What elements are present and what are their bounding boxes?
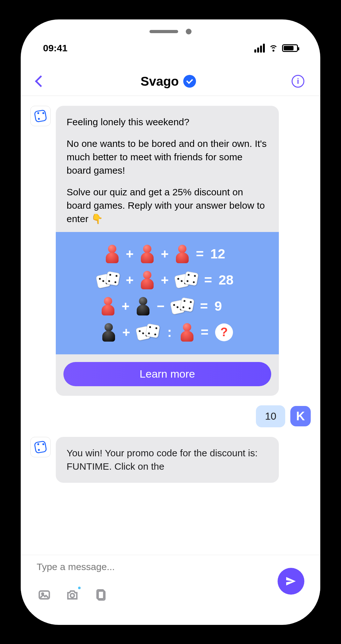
file-icon (94, 588, 107, 602)
notch (145, 28, 196, 35)
bot-avatar[interactable] (30, 437, 51, 457)
verified-badge-icon (183, 75, 196, 88)
back-button[interactable] (35, 76, 47, 87)
send-icon (285, 575, 297, 588)
operator: + (121, 325, 131, 340)
operator: − (156, 299, 165, 314)
speaker-grille (149, 30, 178, 33)
quiz-row: + : = ? (65, 323, 269, 342)
bubble-paragraph: You win! Your promo code for the discoun… (67, 446, 268, 473)
quiz-result: 9 (214, 299, 234, 314)
user-reply-bubble: 10 (256, 405, 285, 427)
send-button[interactable] (278, 568, 304, 595)
card-paragraph: Feeling lonely this weekend? (67, 115, 268, 129)
message-outgoing: 10 K (30, 405, 311, 427)
camera-icon (66, 588, 79, 602)
camera-button[interactable] (65, 587, 80, 603)
learn-more-button[interactable]: Learn more (63, 362, 271, 386)
user-avatar[interactable]: K (290, 406, 311, 426)
card-paragraph: Solve our quiz and get a 25% discount on… (67, 185, 268, 226)
quiz-answer-placeholder: ? (215, 323, 233, 341)
quiz-result: 28 (219, 272, 238, 288)
rich-card-bubble: Feeling lonely this weekend? No one want… (56, 106, 279, 396)
phone-frame: 09:41 Svago i Feeling lonely this weeken… (21, 19, 320, 625)
quiz-result: 12 (210, 246, 229, 262)
dice-logo-icon (33, 440, 47, 454)
operator: + (125, 246, 134, 262)
front-camera (186, 29, 192, 34)
operator: + (160, 272, 170, 288)
chat-title-wrap[interactable]: Svago (141, 74, 196, 89)
attachment-row (37, 587, 108, 603)
cellular-signal-icon (254, 44, 265, 53)
file-button[interactable] (93, 587, 108, 603)
dice-pair-icon (137, 324, 159, 340)
text-bubble: You win! Your promo code for the discoun… (56, 437, 279, 483)
message-input[interactable] (37, 561, 266, 572)
message-incoming: Feeling lonely this weekend? No one want… (30, 106, 311, 396)
equals: = (195, 246, 205, 262)
black-pawn-icon (102, 323, 116, 342)
dice-pair-icon (97, 272, 119, 288)
red-pawn-icon (175, 245, 189, 263)
chat-title: Svago (141, 74, 179, 89)
black-pawn-icon (136, 297, 150, 315)
equals: = (200, 325, 209, 340)
message-incoming: You win! Your promo code for the discoun… (30, 437, 311, 483)
dice-pair-icon (171, 298, 193, 314)
quiz-row: + + = 28 (65, 271, 269, 289)
status-bar: 09:41 (21, 39, 320, 58)
operator: : (165, 325, 174, 340)
red-pawn-icon (101, 297, 115, 315)
status-icons (254, 44, 298, 53)
dice-pair-icon (175, 272, 198, 288)
card-paragraph: No one wants to be bored and on their ow… (67, 137, 268, 177)
dice-logo-icon (33, 109, 47, 123)
equals: = (203, 272, 213, 288)
gallery-button[interactable] (37, 587, 52, 603)
card-text: Feeling lonely this weekend? No one want… (56, 106, 279, 232)
operator: + (160, 246, 170, 262)
equals: = (199, 299, 209, 314)
quiz-image: + + = 12 + + = 28 (56, 232, 279, 354)
red-pawn-icon (140, 245, 154, 263)
wifi-icon (269, 45, 278, 52)
message-input-bar (21, 555, 320, 612)
status-time: 09:41 (43, 43, 68, 54)
quiz-row: + + = 12 (65, 245, 269, 263)
operator: + (125, 272, 134, 288)
chat-header: Svago i (21, 67, 320, 96)
bot-avatar[interactable] (30, 106, 51, 126)
red-pawn-icon (140, 271, 154, 289)
svg-point-2 (70, 593, 74, 597)
image-icon (38, 588, 51, 602)
operator: + (121, 299, 130, 314)
info-button[interactable]: i (292, 75, 304, 88)
quiz-row: + − = 9 (65, 297, 269, 315)
battery-icon (282, 44, 298, 52)
red-pawn-icon (105, 245, 119, 263)
camera-notification-dot (78, 587, 81, 589)
card-cta-area: Learn more (56, 354, 279, 396)
red-pawn-icon (180, 323, 194, 342)
chat-scroll-area[interactable]: Feeling lonely this weekend? No one want… (21, 96, 320, 555)
